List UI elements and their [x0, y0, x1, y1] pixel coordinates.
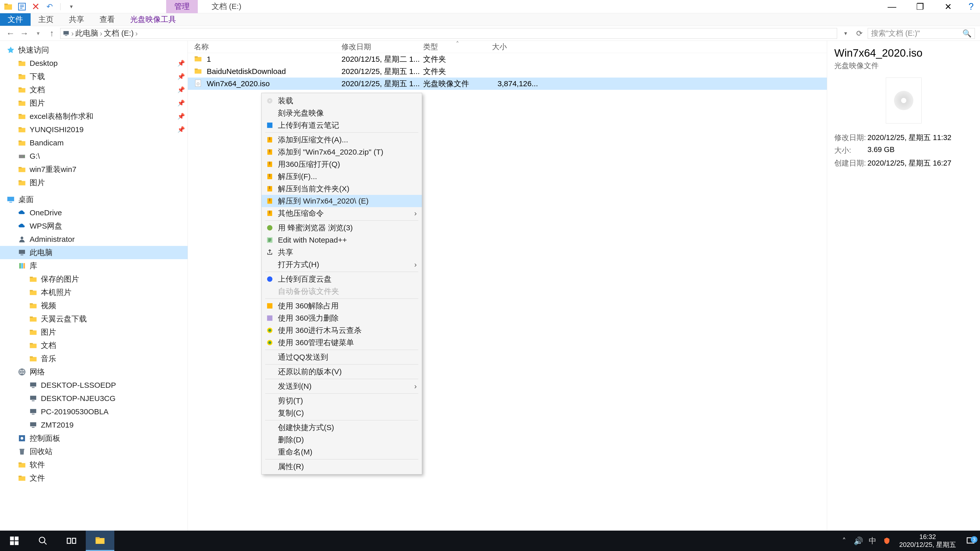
nav-item[interactable]: 音乐: [0, 352, 188, 365]
context-menu-item[interactable]: 删除(D): [262, 433, 422, 446]
nav-item[interactable]: 文档: [0, 339, 188, 352]
nav-item[interactable]: 桌面: [0, 193, 188, 206]
col-name[interactable]: 名称: [194, 42, 342, 52]
tab-disc-image-tools[interactable]: 光盘映像工具: [123, 13, 184, 26]
tray-ime-icon[interactable]: 中: [865, 536, 880, 546]
context-menu-item[interactable]: 使用 360进行木马云查杀: [262, 324, 422, 337]
minimize-button[interactable]: —: [878, 0, 906, 13]
taskbar-explorer[interactable]: [86, 530, 115, 551]
nav-item[interactable]: 库: [0, 259, 188, 272]
nav-item[interactable]: PC-20190530OBLA: [0, 405, 188, 418]
file-row[interactable]: 1 2020/12/15, 星期二 1... 文件夹: [188, 53, 827, 65]
context-menu-item[interactable]: 创建快捷方式(S): [262, 421, 422, 433]
qat-undo-icon[interactable]: ↶: [45, 2, 54, 11]
qat-customize-icon[interactable]: ▾: [67, 2, 76, 11]
context-menu-item[interactable]: 发送到(N) ›: [262, 380, 422, 392]
address-dropdown-button[interactable]: ▾: [840, 30, 851, 37]
maximize-button[interactable]: ❐: [906, 0, 934, 13]
context-menu-item[interactable]: 上传到百度云盘: [262, 273, 422, 285]
nav-item[interactable]: DESKTOP-NJEU3CG: [0, 392, 188, 405]
nav-item[interactable]: 图片: [0, 176, 188, 189]
context-menu-item[interactable]: 使用 360管理右键菜单: [262, 337, 422, 349]
nav-item[interactable]: 回收站: [0, 445, 188, 458]
qat-properties-icon[interactable]: [18, 2, 27, 11]
tray-security-icon[interactable]: [880, 537, 894, 545]
context-menu-item[interactable]: Edit with Notepad++: [262, 234, 422, 246]
nav-item[interactable]: ZMT2019: [0, 418, 188, 432]
nav-recent-dropdown[interactable]: ▾: [33, 30, 43, 37]
nav-item[interactable]: Desktop📌: [0, 57, 188, 70]
nav-item[interactable]: 文件: [0, 472, 188, 485]
context-menu-item[interactable]: 添加到 "Win7x64_2020.zip" (T): [262, 146, 422, 158]
nav-item[interactable]: 下载📌: [0, 70, 188, 83]
column-headers[interactable]: ˄ 名称 修改日期 类型 大小: [188, 41, 827, 53]
nav-item[interactable]: win7重装win7: [0, 163, 188, 176]
search-input[interactable]: 搜索"文档 (E:)" 🔍: [868, 28, 975, 39]
context-menu-item[interactable]: 还原以前的版本(V): [262, 365, 422, 378]
context-menu-item[interactable]: 用 蜂蜜浏览器 浏览(3): [262, 222, 422, 234]
context-menu-item[interactable]: 重命名(M): [262, 446, 422, 458]
context-menu-item[interactable]: 其他压缩命令 ›: [262, 207, 422, 219]
address-breadcrumb[interactable]: › 此电脑 › 文档 (E:) ›: [60, 28, 837, 39]
nav-item[interactable]: excel表格制作求和📌: [0, 110, 188, 123]
nav-item[interactable]: 文档📌: [0, 83, 188, 97]
tray-overflow-button[interactable]: ˄: [837, 537, 851, 545]
nav-item[interactable]: DESKTOP-LSSOEDP: [0, 379, 188, 392]
tab-share[interactable]: 共享: [61, 13, 92, 26]
context-menu-item[interactable]: 上传到有道云笔记: [262, 119, 422, 131]
tab-file[interactable]: 文件: [0, 13, 30, 26]
navigation-pane[interactable]: 快速访问Desktop📌下载📌文档📌图片📌excel表格制作求和📌YUNQISH…: [0, 41, 188, 540]
context-menu-item[interactable]: 使用 360解除占用: [262, 300, 422, 312]
nav-item[interactable]: 视频: [0, 299, 188, 312]
qat-delete-icon[interactable]: ✕: [31, 2, 40, 11]
nav-item[interactable]: Bandicam: [0, 136, 188, 149]
context-menu-item[interactable]: 添加到压缩文件(A)...: [262, 134, 422, 146]
nav-item[interactable]: G:\: [0, 149, 188, 163]
breadcrumb-seg[interactable]: 文档 (E:): [104, 28, 134, 38]
nav-item[interactable]: Administrator: [0, 233, 188, 246]
nav-item[interactable]: OneDrive: [0, 206, 188, 219]
nav-item[interactable]: WPS网盘: [0, 219, 188, 233]
nav-back-button[interactable]: ←: [5, 28, 16, 38]
col-date[interactable]: 修改日期: [342, 42, 423, 52]
file-row[interactable]: BaiduNetdiskDownload 2020/12/25, 星期五 1..…: [188, 65, 827, 78]
nav-item[interactable]: 天翼云盘下载: [0, 312, 188, 326]
close-button[interactable]: ✕: [934, 0, 962, 13]
action-center-button[interactable]: 3: [961, 536, 980, 545]
breadcrumb-root[interactable]: 此电脑: [75, 28, 98, 38]
context-menu-item[interactable]: 刻录光盘映像: [262, 107, 422, 119]
nav-forward-button[interactable]: →: [19, 28, 30, 38]
context-menu-item[interactable]: 剪切(T): [262, 395, 422, 407]
start-button[interactable]: [0, 530, 29, 551]
context-menu-item[interactable]: 使用 360强力删除: [262, 312, 422, 324]
tab-home[interactable]: 主页: [30, 13, 61, 26]
context-menu-item[interactable]: 属性(R): [262, 460, 422, 473]
tray-volume-icon[interactable]: 🔊: [851, 537, 865, 545]
task-view-button[interactable]: [57, 530, 86, 551]
nav-item[interactable]: 图片: [0, 326, 188, 339]
refresh-button[interactable]: ⟳: [854, 29, 865, 38]
nav-item[interactable]: 网络: [0, 365, 188, 379]
context-menu-item[interactable]: 通过QQ发送到: [262, 351, 422, 363]
nav-item[interactable]: 控制面板: [0, 432, 188, 445]
file-row[interactable]: Win7x64_2020.iso 2020/12/25, 星期五 1... 光盘…: [188, 78, 827, 90]
nav-up-button[interactable]: ↑: [46, 28, 57, 38]
help-button[interactable]: ?: [962, 0, 980, 13]
nav-item[interactable]: 软件: [0, 458, 188, 472]
nav-item[interactable]: 保存的图片: [0, 272, 188, 286]
tab-view[interactable]: 查看: [92, 13, 123, 26]
col-size[interactable]: 大小: [492, 42, 543, 52]
nav-item[interactable]: 本机照片: [0, 286, 188, 299]
context-menu-item[interactable]: 用360压缩打开(Q): [262, 158, 422, 170]
context-menu-item[interactable]: 解压到(F)...: [262, 170, 422, 183]
taskbar-clock[interactable]: 16:32 2020/12/25, 星期五: [894, 533, 961, 549]
context-menu-item[interactable]: 共享: [262, 246, 422, 259]
context-menu-item[interactable]: 解压到 Win7x64_2020\ (E): [262, 195, 422, 207]
context-menu-item[interactable]: 装载: [262, 95, 422, 107]
context-menu-item[interactable]: 复制(C): [262, 407, 422, 419]
nav-item[interactable]: YUNQISHI2019📌: [0, 123, 188, 136]
context-menu-item[interactable]: 打开方式(H) ›: [262, 259, 422, 271]
nav-item[interactable]: 此电脑: [0, 246, 188, 259]
search-button[interactable]: [29, 530, 57, 551]
nav-item[interactable]: 快速访问: [0, 43, 188, 57]
